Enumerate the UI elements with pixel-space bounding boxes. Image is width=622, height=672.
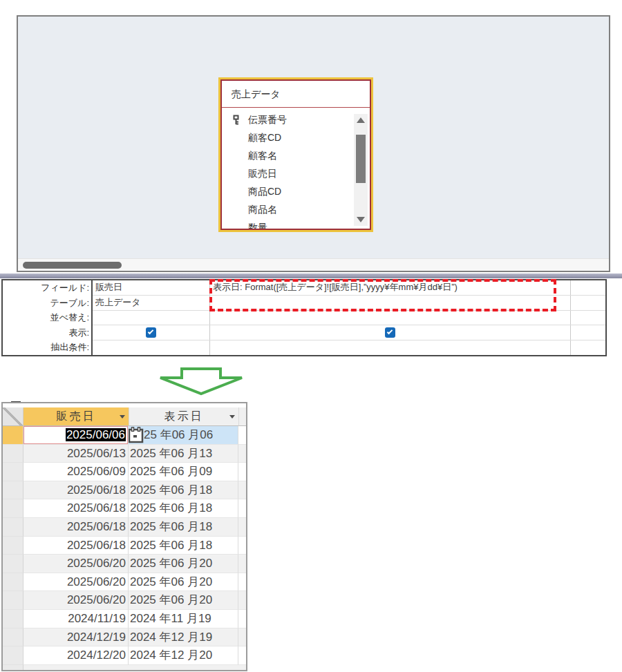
field-list-title[interactable]: 売上データ	[222, 81, 370, 107]
display-date-cell[interactable]: 2025 年06 月20	[129, 591, 238, 610]
display-date-cell[interactable]: 2024 年12 月20	[129, 646, 238, 665]
extra-cell[interactable]	[238, 610, 246, 628]
table-cell-col2[interactable]	[209, 296, 570, 310]
sort-cell-col2[interactable]	[209, 311, 570, 325]
display-date-cell[interactable]: 2025 年06 月18	[129, 518, 238, 537]
scroll-up-button[interactable]	[354, 114, 368, 126]
extra-cell[interactable]	[238, 445, 246, 463]
query-grid-row-labels: フィールド: テーブル: 並べ替え: 表示: 抽出条件:	[3, 280, 93, 355]
field-cell-col3[interactable]	[570, 280, 605, 295]
sale-date-cell[interactable]: 2025/06/18	[23, 518, 129, 537]
show-cell-col1	[93, 325, 209, 340]
pane-splitter[interactable]	[0, 273, 622, 278]
row-selector[interactable]	[3, 518, 23, 537]
scrollbar-thumb[interactable]	[356, 135, 366, 183]
table-cell-col3[interactable]	[570, 296, 605, 310]
table-cell-col1[interactable]: 売上データ	[93, 296, 209, 310]
row-selector[interactable]	[3, 426, 23, 445]
extra-cell[interactable]	[238, 628, 246, 647]
row-selector[interactable]	[3, 591, 23, 610]
label-sort-row: 並べ替え:	[3, 310, 91, 325]
display-date-cell[interactable]: 2024 年11 月19	[129, 610, 238, 628]
sale-date-cell[interactable]: 2024/11/19	[23, 610, 129, 628]
extra-cell[interactable]	[238, 591, 246, 610]
sale-date-cell[interactable]: 2025/06/06	[23, 426, 129, 445]
display-date-cell[interactable]: 2025 年06 月18	[129, 481, 238, 500]
sort-cell-col1[interactable]	[93, 311, 209, 325]
extra-cell[interactable]	[238, 518, 246, 537]
field-item-kokyakucd[interactable]: 顧客CD	[222, 128, 370, 146]
extra-cell[interactable]	[238, 463, 246, 481]
field-item-suryo-clipped[interactable]: 数量	[222, 218, 370, 230]
row-selector[interactable]	[3, 445, 23, 463]
field-list-inner: 売上データ 伝票番号 顧客CD 顧客名 販売日	[220, 79, 371, 230]
sale-date-cell[interactable]: 2025/06/13	[23, 445, 129, 463]
row-selector[interactable]	[3, 481, 23, 500]
sale-date-cell[interactable]: 2024/12/20	[23, 646, 129, 665]
extra-cell[interactable]	[238, 555, 246, 573]
scroll-down-button[interactable]	[354, 213, 368, 226]
field-item-kokyakumei[interactable]: 顧客名	[222, 146, 370, 164]
sale-date-cell[interactable]: 2025/06/18	[23, 537, 129, 555]
row-selector[interactable]	[3, 499, 23, 518]
row-selector[interactable]	[3, 573, 23, 592]
field-item-hanbaibi[interactable]: 販売日	[222, 164, 370, 182]
show-checkbox-col1[interactable]	[146, 327, 156, 338]
show-cell-col3[interactable]	[570, 325, 605, 340]
sale-date-cell[interactable]: 2025/06/20	[23, 555, 129, 573]
hscrollbar-thumb[interactable]	[23, 262, 122, 269]
field-list-scrollbar[interactable]	[354, 114, 368, 226]
extra-cell[interactable]	[238, 646, 246, 665]
sale-date-cell[interactable]: 2024/12/19	[23, 628, 129, 647]
table-row: 2025/06/09 2025 年06 月09	[3, 463, 246, 481]
table-row: 2025/06/13 2025 年06 月13	[3, 445, 246, 463]
filter-dropdown-icon[interactable]	[120, 415, 125, 419]
date-picker-icon[interactable]	[129, 427, 144, 443]
table-row: 2025/06/18 2025 年06 月18	[3, 481, 246, 500]
sale-date-cell[interactable]: 2025/06/18	[23, 499, 129, 518]
sale-date-cell[interactable]: 2025/06/20	[23, 573, 129, 592]
row-selector[interactable]	[3, 610, 23, 628]
row-selector[interactable]	[3, 628, 23, 647]
display-date-cell[interactable]: 2025 年06 月18	[129, 499, 238, 518]
display-date-cell[interactable]: 2025 年06 月20	[129, 573, 238, 592]
sale-date-cell[interactable]: 2025/06/18	[23, 481, 129, 500]
row-selector[interactable]	[3, 555, 23, 573]
display-date-cell[interactable]: 2025 年06 月18	[129, 537, 238, 555]
extra-cell[interactable]	[238, 537, 246, 555]
sale-date-cell[interactable]: 2025/06/09	[23, 463, 129, 481]
field-item-denpyobango[interactable]: 伝票番号	[222, 111, 370, 128]
extra-cell[interactable]	[238, 426, 246, 445]
select-all-corner[interactable]	[3, 407, 23, 426]
display-date-cell[interactable]: 2024 年12 月19	[129, 628, 238, 647]
field-item-label: 商品名	[248, 204, 277, 215]
column-header-display-date[interactable]: 表示日	[129, 407, 238, 426]
field-item-label: 顧客名	[248, 150, 277, 161]
field-cell-col1[interactable]: 販売日	[93, 280, 209, 295]
extra-cell[interactable]	[238, 499, 246, 518]
row-selector[interactable]	[3, 537, 23, 555]
row-selector[interactable]	[3, 646, 23, 665]
criteria-cell-col2[interactable]	[209, 340, 570, 355]
field-item-shohincd[interactable]: 商品CD	[222, 182, 370, 200]
display-date-cell[interactable]: 2025 年06 月20	[129, 555, 238, 573]
column-header-sale-date[interactable]: 販売日	[23, 407, 129, 426]
display-date-cell[interactable]: 25 年06 月06	[129, 426, 238, 445]
criteria-cell-col3[interactable]	[570, 340, 605, 355]
row-selector[interactable]	[3, 463, 23, 481]
show-checkbox-col2[interactable]	[385, 327, 395, 338]
extra-cell[interactable]	[238, 481, 246, 500]
extra-cell[interactable]	[238, 573, 246, 592]
criteria-cell-col1[interactable]	[93, 340, 209, 355]
sort-row	[93, 311, 605, 326]
field-cell-col2[interactable]: 表示日: Format([売上データ]![販売日],”yyyy¥年mm¥月dd¥…	[209, 280, 570, 295]
sort-cell-col3[interactable]	[570, 311, 605, 325]
display-date-cell[interactable]: 2025 年06 月13	[129, 445, 238, 463]
design-pane-hscrollbar[interactable]	[18, 258, 609, 271]
filter-dropdown-icon[interactable]	[229, 415, 235, 419]
row-selector[interactable]	[3, 665, 23, 671]
field-list-window[interactable]: 売上データ 伝票番号 顧客CD 顧客名 販売日	[218, 77, 373, 232]
field-item-shohinmei[interactable]: 商品名	[222, 200, 370, 218]
display-date-cell[interactable]: 2025 年06 月09	[129, 463, 238, 481]
sale-date-cell[interactable]: 2025/06/20	[23, 591, 129, 610]
